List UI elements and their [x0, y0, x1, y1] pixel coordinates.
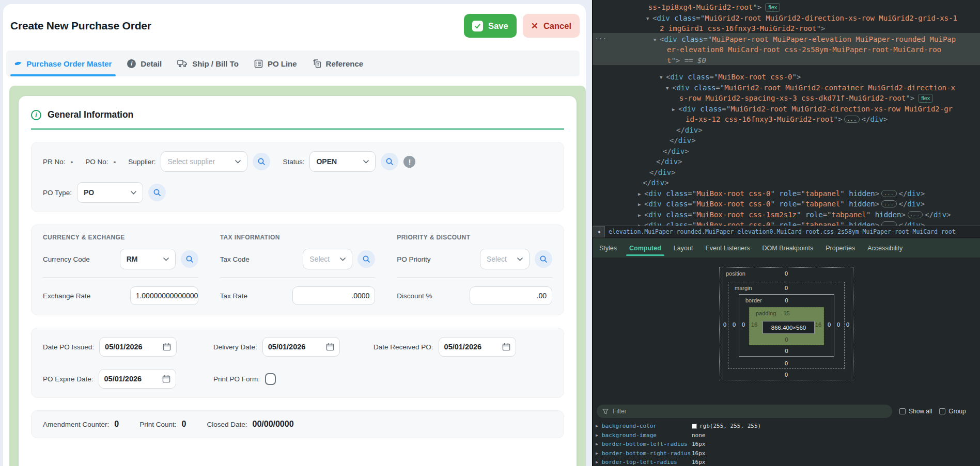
- property-expand-arrow-icon[interactable]: ▶: [596, 424, 602, 428]
- collapsed-arrow-icon[interactable]: ▶: [638, 189, 644, 199]
- property-expand-arrow-icon[interactable]: ▶: [596, 442, 602, 446]
- tab-reference[interactable]: Reference: [313, 51, 364, 76]
- devtools-tab-styles[interactable]: Styles: [599, 238, 617, 258]
- property-expand-arrow-icon[interactable]: ▶: [596, 433, 602, 438]
- date-po-issued-input[interactable]: 05/01/2026: [99, 337, 177, 357]
- property-expand-arrow-icon[interactable]: ▶: [596, 460, 602, 464]
- status-search-button[interactable]: [381, 153, 398, 170]
- expanded-arrow-icon[interactable]: ▼: [666, 83, 672, 93]
- dom-tree-line[interactable]: 2 imgGird1 css-16fnxy3-MuiGrid2-root">: [660, 23, 825, 34]
- currency-search-button[interactable]: [181, 250, 198, 268]
- collapsed-content-ellipsis[interactable]: ...: [881, 190, 896, 197]
- dom-tree-line[interactable]: </div>: [656, 156, 682, 167]
- status-select[interactable]: OPEN: [309, 151, 376, 172]
- cancel-button[interactable]: ✕ Cancel: [523, 14, 580, 38]
- tab-po-line[interactable]: PO Line: [254, 51, 297, 76]
- tab-purchase-order-master[interactable]: ✒ Purchase Order Master: [14, 51, 112, 76]
- dom-tree-line[interactable]: t"> == $0: [667, 55, 706, 66]
- computed-property-row[interactable]: ▶background-imagenone: [593, 431, 980, 440]
- tab-detail[interactable]: i Detail: [127, 51, 162, 76]
- dom-tree-line[interactable]: ▶<div class="MuiBox-root css-0" role="ta…: [638, 188, 925, 199]
- date-received-label: Date Received PO:: [374, 343, 433, 351]
- dom-tree-line[interactable]: ▶<div class="MuiGrid2-root MuiGrid2-dire…: [672, 104, 953, 114]
- expanded-arrow-icon[interactable]: ▼: [654, 35, 660, 45]
- collapsed-arrow-icon[interactable]: ▶: [638, 199, 644, 210]
- collapsed-content-ellipsis[interactable]: ...: [881, 200, 896, 207]
- expanded-arrow-icon[interactable]: ▼: [646, 13, 652, 24]
- po-priority-select[interactable]: Select: [480, 249, 530, 269]
- flex-badge[interactable]: flex: [918, 94, 933, 103]
- property-expand-arrow-icon[interactable]: ▶: [596, 451, 602, 456]
- computed-property-row[interactable]: ▶border-bottom-right-radius16px: [593, 449, 980, 458]
- print-count-field: Print Count: 0: [139, 420, 186, 429]
- computed-property-row[interactable]: ▶background-colorrgb(255, 255, 255): [593, 422, 980, 431]
- box-model-diagram[interactable]: position 0 0 margin 0 0 border 0 0 paddi…: [719, 267, 853, 380]
- currency-column: CURRENCY & EXCHANGE Currency Code RM: [43, 234, 198, 306]
- dom-tree-line[interactable]: </div>: [649, 167, 676, 178]
- flex-badge[interactable]: flex: [765, 3, 780, 12]
- filter-input[interactable]: Filter: [597, 405, 892, 418]
- discount-label: Discount %: [397, 292, 432, 300]
- tab-ship-bill-to[interactable]: Ship / Bill To: [177, 51, 239, 76]
- collapsed-content-ellipsis[interactable]: ...: [908, 211, 923, 218]
- save-button-label: Save: [488, 21, 508, 31]
- po-priority-search-button[interactable]: [535, 250, 552, 268]
- pr-no-field: PR No: -: [43, 157, 73, 166]
- dom-tree-line[interactable]: ss-1pi8xg4-MuiGrid2-root">flex: [648, 2, 780, 12]
- dom-tree-line[interactable]: ▼<div class="MuiPaper-root MuiPaper-elev…: [654, 34, 956, 44]
- save-button[interactable]: Save: [464, 14, 517, 38]
- collapsed-arrow-icon[interactable]: ▶: [638, 220, 644, 226]
- node-more-actions[interactable]: ...: [595, 34, 607, 41]
- show-all-checkbox[interactable]: [899, 408, 906, 414]
- breadcrumb-back-button[interactable]: ◄: [593, 226, 605, 237]
- currency-code-select[interactable]: RM: [120, 249, 176, 269]
- dom-tree-line[interactable]: </div>: [676, 125, 703, 135]
- dom-tree-line[interactable]: id-xs-12 css-16fnxy3-MuiGrid2-root">...<…: [686, 114, 888, 124]
- dom-tree-line[interactable]: ▶<div class="MuiBox-root css-1sm2s1z" ro…: [638, 210, 951, 220]
- dom-tree-line[interactable]: ▼<div class="MuiGrid2-root MuiGrid2-cont…: [666, 83, 955, 93]
- exchange-rate-input[interactable]: 1.000000000000000000: [130, 286, 198, 305]
- supplier-select[interactable]: Select supplier: [161, 151, 247, 172]
- supplier-search-button[interactable]: [253, 153, 270, 170]
- devtools-tab-properties[interactable]: Properties: [826, 238, 855, 258]
- dom-tree-line[interactable]: </div>: [670, 135, 696, 146]
- print-po-form-checkbox[interactable]: [265, 373, 276, 385]
- collapsed-content-ellipsis[interactable]: ...: [881, 221, 896, 226]
- po-type-select[interactable]: PO: [77, 182, 143, 203]
- devtools-tab-event-listeners[interactable]: Event Listeners: [705, 238, 750, 258]
- group-checkbox[interactable]: [939, 408, 945, 414]
- computed-property-row[interactable]: ▶border-bottom-left-radius16px: [593, 440, 980, 449]
- print-po-form-field: Print PO Form:: [213, 373, 276, 385]
- po-type-search-button[interactable]: [148, 184, 166, 201]
- dom-tree-line[interactable]: ▼<div class="MuiGrid2-root MuiGrid2-dire…: [646, 13, 957, 23]
- devtools-tab-accessibility[interactable]: Accessibility: [867, 238, 903, 258]
- dom-tree-line[interactable]: ▶<div class="MuiBox-root css-0" role="ta…: [638, 199, 925, 209]
- dom-tree-line[interactable]: </div>: [643, 178, 669, 188]
- border-bottom-value: 0: [739, 348, 834, 354]
- delivery-date-input[interactable]: 05/01/2026: [262, 337, 340, 357]
- collapsed-arrow-icon[interactable]: ▶: [672, 104, 678, 115]
- color-swatch[interactable]: [692, 424, 697, 429]
- expanded-arrow-icon[interactable]: ▼: [660, 72, 666, 83]
- dom-tree-line[interactable]: s-row MuiGrid2-spacing-xs-3 css-dkd71f-M…: [679, 93, 933, 103]
- tax-rate-input[interactable]: .0000: [292, 286, 375, 305]
- po-expire-input[interactable]: 05/01/2026: [99, 369, 176, 389]
- dom-tree-line[interactable]: </div>: [663, 146, 689, 156]
- dom-tree-line[interactable]: er-elevation0 MuiCard-root css-2s58ym-Mu…: [667, 44, 941, 55]
- devtools-tab-dom-breakpoints[interactable]: DOM Breakpoints: [763, 238, 814, 258]
- devtools-tab-layout[interactable]: Layout: [674, 238, 693, 258]
- breadcrumb[interactable]: elevation.MuiPaper-rounded.MuiPaper-elev…: [609, 228, 956, 235]
- discount-input[interactable]: .00: [470, 286, 552, 305]
- tax-code-select[interactable]: Select: [303, 249, 352, 269]
- collapsed-arrow-icon[interactable]: ▶: [638, 210, 644, 220]
- date-received-input[interactable]: 05/01/2026: [439, 337, 516, 357]
- search-icon: [539, 255, 548, 263]
- devtools-tab-computed[interactable]: Computed: [629, 238, 661, 258]
- dom-tree-line[interactable]: ▼<div class="MuiBox-root css-0">: [660, 72, 801, 82]
- computed-property-row[interactable]: ▶border-top-left-radius16px: [593, 458, 980, 466]
- dom-tree-line[interactable]: ▶<div class="MuiBox-root css-0" role="ta…: [638, 220, 925, 226]
- tax-code-search-button[interactable]: [357, 250, 375, 268]
- collapsed-content-ellipsis[interactable]: ...: [844, 116, 859, 123]
- supplier-field: Supplier: Select supplier: [128, 151, 270, 172]
- property-value: 16px: [692, 441, 706, 447]
